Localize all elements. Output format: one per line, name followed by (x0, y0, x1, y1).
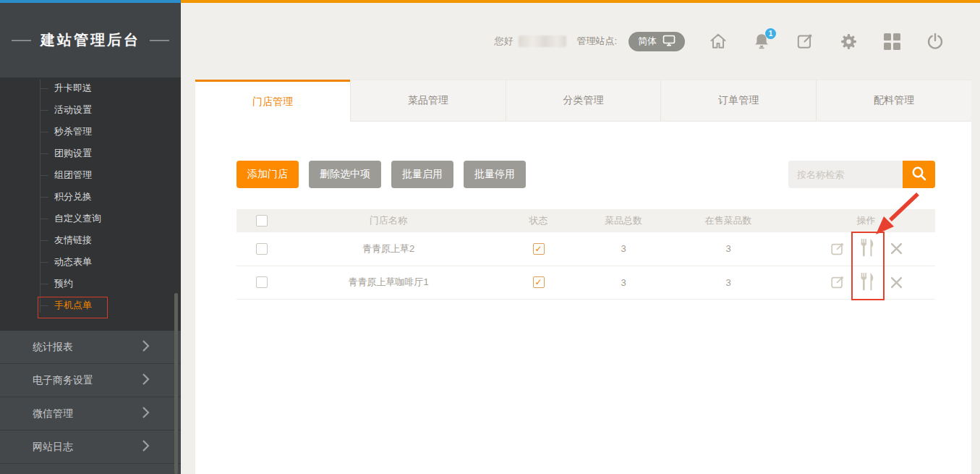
sidebar-item-label: 预约 (54, 277, 73, 290)
edit-icon[interactable] (796, 32, 814, 51)
sidebar-item-label: 手机点单 (54, 299, 92, 312)
sidebar-item-card-gift[interactable]: 升卡即送 (0, 77, 181, 99)
tab-bar: 门店管理 菜品管理 分类管理 订单管理 配料管理 (195, 80, 971, 122)
dish-total-value: 3 (587, 266, 660, 299)
sidebar-menu: 升卡即送 活动设置 秒杀管理 团购设置 组团管理 积分兑换 自定义查询 友情链接… (0, 77, 181, 331)
sidebar-item-label: 活动设置 (54, 103, 92, 117)
sidebar-item-flash-sale[interactable]: 秒杀管理 (0, 121, 181, 143)
delete-selected-button[interactable]: 删除选中项 (309, 161, 381, 188)
edit-icon[interactable] (830, 241, 845, 257)
sidebar-title: 建站管理后台 (0, 3, 181, 77)
batch-disable-button[interactable]: 批量停用 (464, 161, 526, 188)
close-icon[interactable] (890, 242, 903, 255)
tab-label: 门店管理 (252, 96, 293, 109)
sidebar-item-label: 自定义查询 (54, 212, 101, 225)
home-icon[interactable] (709, 32, 728, 51)
sidebar-section-ecommerce[interactable]: 电子商务设置 (0, 364, 181, 397)
greeting-text: 您好 (494, 35, 513, 48)
chevron-right-icon (141, 339, 150, 355)
sidebar-item-dynamic-form[interactable]: 动态表单 (0, 251, 181, 273)
title-dash-left (12, 40, 31, 41)
tab-label: 菜品管理 (408, 94, 448, 107)
check-glyph: ✓ (534, 244, 542, 254)
status-checkbox-checked[interactable]: ✓ (533, 276, 545, 288)
add-store-button[interactable]: 添加门店 (237, 161, 299, 188)
dish-on-sale-value: 3 (660, 232, 797, 266)
bell-icon[interactable]: 1 (752, 32, 771, 51)
check-glyph: ✓ (534, 277, 542, 287)
manage-site-label: 管理站点: (576, 35, 617, 48)
sidebar-item-friend-links[interactable]: 友情链接 (0, 229, 181, 251)
gear-icon[interactable] (839, 32, 858, 51)
sidebar-item-label: 动态表单 (54, 255, 92, 268)
row-checkbox[interactable] (256, 276, 268, 288)
notification-badge: 1 (765, 28, 776, 39)
col-header-store-name: 门店名称 (287, 209, 490, 232)
app-title: 建站管理后台 (41, 30, 140, 50)
col-header-dish-total: 菜品总数 (587, 209, 660, 232)
tab-order-management[interactable]: 订单管理 (660, 80, 816, 122)
sidebar-section-site-logs[interactable]: 网站日志 (0, 431, 181, 464)
tab-label: 配料管理 (874, 94, 914, 107)
section-label: 统计报表 (33, 341, 73, 354)
language-button[interactable]: 简体 (629, 32, 685, 51)
fork-knife-icon[interactable] (859, 271, 877, 294)
search-input[interactable] (788, 161, 903, 188)
sidebar-scrollbar[interactable] (174, 293, 178, 474)
tab-category-management[interactable]: 分类管理 (506, 80, 661, 122)
status-checkbox-checked[interactable]: ✓ (533, 243, 545, 255)
tab-ingredient-management[interactable]: 配料管理 (816, 80, 971, 122)
search-button[interactable] (903, 161, 935, 188)
table-header-row: 门店名称 状态 菜品总数 在售菜品数 操作 (237, 209, 935, 232)
sidebar-item-reservation[interactable]: 预约 (0, 273, 181, 295)
sidebar-section-wechat[interactable]: 微信管理 (0, 397, 181, 431)
dish-total-value: 3 (587, 232, 660, 266)
chevron-right-icon (141, 373, 150, 388)
sidebar-item-custom-query[interactable]: 自定义查询 (0, 208, 181, 229)
tab-store-management[interactable]: 门店管理 (195, 80, 350, 122)
sidebar-section-statistics[interactable]: 统计报表 (0, 331, 181, 364)
fork-knife-wrap-1 (856, 270, 879, 295)
select-all-checkbox[interactable] (256, 215, 268, 227)
sidebar: 建站管理后台 升卡即送 活动设置 秒杀管理 团购设置 组团管理 积分兑换 自定义… (0, 3, 181, 474)
title-dash-right (150, 40, 169, 41)
sidebar-item-label: 升卡即送 (54, 82, 92, 95)
sidebar-item-label: 团购设置 (54, 147, 92, 160)
table-row: 青青原上草2 ✓ 3 3 (237, 232, 935, 266)
table-row: 青青原上草咖啡厅1 ✓ 3 3 (237, 266, 935, 299)
top-header: 您好 管理站点: 简体 1 (181, 3, 980, 80)
sidebar-item-label: 秒杀管理 (54, 125, 92, 138)
tab-dish-management[interactable]: 菜品管理 (350, 80, 506, 122)
sidebar-item-label: 积分兑换 (54, 190, 92, 203)
sidebar-item-label: 友情链接 (54, 234, 92, 247)
col-header-status: 状态 (490, 209, 587, 232)
section-label: 网站日志 (33, 441, 73, 454)
edit-icon[interactable] (830, 274, 845, 290)
content-card: 门店管理 菜品管理 分类管理 订单管理 配料管理 添加门店 删除选中项 批量启用… (195, 80, 971, 474)
row-checkbox[interactable] (256, 243, 268, 255)
sidebar-item-mobile-ordering[interactable]: 手机点单 (0, 295, 181, 316)
tab-label: 分类管理 (563, 94, 603, 107)
close-icon[interactable] (890, 276, 903, 289)
username-blurred (519, 35, 566, 47)
power-icon[interactable] (926, 32, 945, 51)
apps-grid-icon[interactable] (882, 32, 901, 51)
fork-knife-icon[interactable] (859, 237, 877, 260)
search-box (788, 161, 935, 188)
sidebar-item-points[interactable]: 积分兑换 (0, 186, 181, 208)
toolbar: 添加门店 删除选中项 批量启用 批量停用 (237, 161, 935, 188)
chevron-right-icon (141, 406, 150, 421)
language-label: 简体 (638, 35, 657, 48)
chevron-right-icon (141, 439, 150, 454)
sidebar-item-group-buy[interactable]: 团购设置 (0, 143, 181, 164)
col-header-dish-on-sale: 在售菜品数 (660, 209, 797, 232)
section-label: 电子商务设置 (33, 374, 93, 387)
store-table: 门店名称 状态 菜品总数 在售菜品数 操作 青青原上草2 ✓ 3 3 (237, 209, 935, 300)
store-name: 青青原上草咖啡厅1 (287, 266, 490, 299)
tab-label: 订单管理 (718, 94, 759, 107)
dish-on-sale-value: 3 (660, 266, 797, 299)
batch-enable-button[interactable]: 批量启用 (391, 161, 453, 188)
sidebar-item-activity[interactable]: 活动设置 (0, 99, 181, 121)
sidebar-item-team[interactable]: 组团管理 (0, 164, 181, 186)
monitor-icon (662, 34, 676, 49)
